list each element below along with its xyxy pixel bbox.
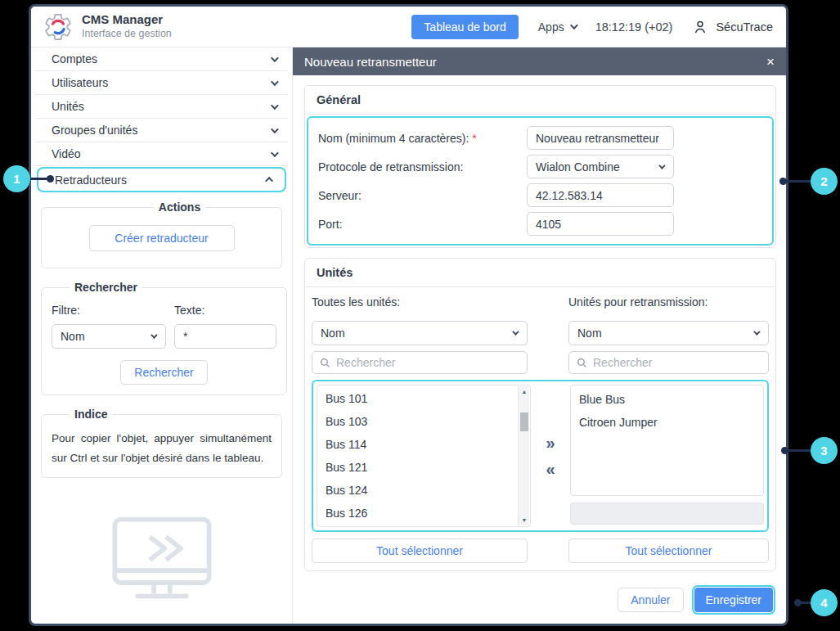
sidebar-item-label: Groupes d'unités xyxy=(52,124,137,137)
name-label-text: Nom (minimum 4 caractères): xyxy=(318,132,469,145)
sidebar-item-comptes[interactable]: Comptes xyxy=(35,47,288,71)
sidebar-item-label: Utilisateurs xyxy=(52,76,108,89)
move-left-button[interactable]: « xyxy=(546,461,555,477)
protocol-label: Protocole de retransmission: xyxy=(318,160,527,174)
name-input[interactable] xyxy=(527,126,674,150)
sidebar-item-retraducteurs[interactable]: Retraducteurs xyxy=(37,167,286,192)
callout-4: 4 xyxy=(811,589,838,616)
callout-2: 2 xyxy=(811,168,838,195)
create-retranslator-button[interactable]: Créer retraducteur xyxy=(89,225,235,251)
scroll-up-icon[interactable]: ▲ xyxy=(519,389,530,394)
callout-2-dot xyxy=(779,178,787,185)
chevron-down-icon xyxy=(570,21,578,29)
callout-1-dot xyxy=(47,175,54,183)
app-subtitle: Interface de gestion xyxy=(82,28,172,41)
filter-select[interactable]: Nom xyxy=(52,324,166,349)
general-panel-title: Général xyxy=(305,86,775,115)
actions-legend: Actions xyxy=(154,201,205,214)
units-panel: Unités Toutes les unités: Unités pour re… xyxy=(304,258,776,571)
list-item[interactable]: Citroen Jumper xyxy=(571,411,763,434)
port-label: Port: xyxy=(318,218,527,231)
callout-number: 3 xyxy=(820,444,827,457)
name-field-row: Nom (minimum 4 caractères): * xyxy=(318,124,762,152)
server-field-row: Serveur: xyxy=(318,181,762,210)
list-item[interactable]: Bus 103 xyxy=(317,410,517,433)
dashboard-button[interactable]: Tableau de bord xyxy=(411,15,518,39)
chevron-down-icon xyxy=(150,331,157,338)
general-highlighted-area: Nom (minimum 4 caractères): * Protocole … xyxy=(307,116,774,246)
list-item[interactable]: Bus 121 xyxy=(317,456,517,479)
retransmission-units-list: Blue BusCitroen Jumper xyxy=(570,385,764,496)
sidebar-item-label: Comptes xyxy=(52,52,97,65)
retransmission-sort-select[interactable]: Nom xyxy=(568,321,769,345)
filter-select-value: Nom xyxy=(61,330,85,343)
modal-title: Nouveau retransmetteur xyxy=(304,55,437,69)
text-label: Texte: xyxy=(174,304,276,317)
scrollbar-thumb[interactable] xyxy=(520,412,528,431)
protocol-select[interactable]: Wialon Combine xyxy=(527,155,674,178)
sidebar-item-video[interactable]: Vidéo xyxy=(35,142,288,166)
sidebar-item-label: Retraducteurs xyxy=(55,174,127,187)
callout-3-dot xyxy=(781,447,788,454)
port-input[interactable] xyxy=(527,212,674,236)
callout-3: 3 xyxy=(811,437,838,464)
cancel-button[interactable]: Annuler xyxy=(618,588,683,612)
retransmission-units-label: Unités pour retransmission: xyxy=(568,295,769,309)
close-icon[interactable]: × xyxy=(766,55,775,69)
modal-footer: Annuler Enregistrer xyxy=(304,579,776,615)
callout-4-dot xyxy=(794,599,802,606)
callout-number: 1 xyxy=(13,172,20,186)
apps-menu-label: Apps xyxy=(538,20,564,34)
retransmission-sort-value: Nom xyxy=(577,327,602,340)
scrollbar[interactable]: ▲ ▼ xyxy=(518,386,529,525)
select-all-left-button[interactable]: Tout sélectionner xyxy=(312,539,528,563)
search-section: Rechercher Filtre: Nom Texte: xyxy=(41,281,287,395)
app-title: CMS Manager xyxy=(82,12,172,28)
hint-legend: Indice xyxy=(70,408,112,421)
disabled-field xyxy=(570,503,764,525)
chevron-down-icon xyxy=(512,328,519,335)
all-units-sort-value: Nom xyxy=(321,327,345,340)
all-units-sort-select[interactable]: Nom xyxy=(312,321,528,345)
app-window: CMS Manager Interface de gestion Tableau… xyxy=(29,4,788,626)
move-right-button[interactable]: » xyxy=(546,435,555,451)
user-icon xyxy=(692,19,708,35)
sidebar-item-utilisateurs[interactable]: Utilisateurs xyxy=(35,71,288,95)
name-label: Nom (minimum 4 caractères): * xyxy=(318,132,527,145)
sidebar-item-unites[interactable]: Unités xyxy=(35,95,288,119)
hint-section: Indice Pour copier l'objet, appuyer simu… xyxy=(41,408,282,478)
username: SécuTrace xyxy=(716,20,773,34)
sidebar-item-label: Unités xyxy=(52,100,84,113)
actions-section: Actions Créer retraducteur xyxy=(41,201,282,268)
save-button[interactable]: Enregistrer xyxy=(694,588,773,612)
monitor-watermark-icon xyxy=(108,514,216,606)
scroll-down-icon[interactable]: ▼ xyxy=(519,517,530,523)
list-item[interactable]: Bus 101 xyxy=(317,387,517,410)
list-item[interactable]: Bus 114 xyxy=(317,433,517,456)
sidebar-item-groupes-unites[interactable]: Groupes d'unités xyxy=(35,119,288,142)
callout-1: 1 xyxy=(3,165,30,192)
apps-menu[interactable]: Apps xyxy=(538,20,576,34)
all-units-label: Toutes les unités: xyxy=(312,295,528,309)
user-box[interactable]: SécuTrace xyxy=(692,19,773,35)
sidebar-item-label: Vidéo xyxy=(52,147,81,160)
retranslator-modal: Nouveau retransmetteur × Général Nom (mi… xyxy=(292,47,786,624)
list-item[interactable]: Bus 124 xyxy=(317,479,517,502)
app-titles: CMS Manager Interface de gestion xyxy=(82,12,172,40)
list-item[interactable]: Blue Bus xyxy=(571,388,763,411)
callout-number: 4 xyxy=(820,596,827,610)
clock: 18:12:19 (+02) xyxy=(595,20,673,34)
search-text-input[interactable] xyxy=(174,324,276,349)
list-item[interactable]: Bus 126 xyxy=(317,502,517,525)
required-asterisk: * xyxy=(472,132,476,145)
select-all-right-button[interactable]: Tout sélectionner xyxy=(568,539,769,563)
search-submit-button[interactable]: Rechercher xyxy=(120,360,207,385)
retransmission-search-input[interactable] xyxy=(569,352,768,373)
search-icon xyxy=(320,358,330,368)
top-header: CMS Manager Interface de gestion Tableau… xyxy=(31,7,786,47)
general-panel: Général Nom (minimum 4 caractères): * Pr… xyxy=(304,85,776,248)
chevron-down-icon xyxy=(658,162,665,169)
server-input[interactable] xyxy=(527,183,674,207)
callout-number: 2 xyxy=(820,174,827,188)
all-units-search-input[interactable] xyxy=(312,352,527,373)
